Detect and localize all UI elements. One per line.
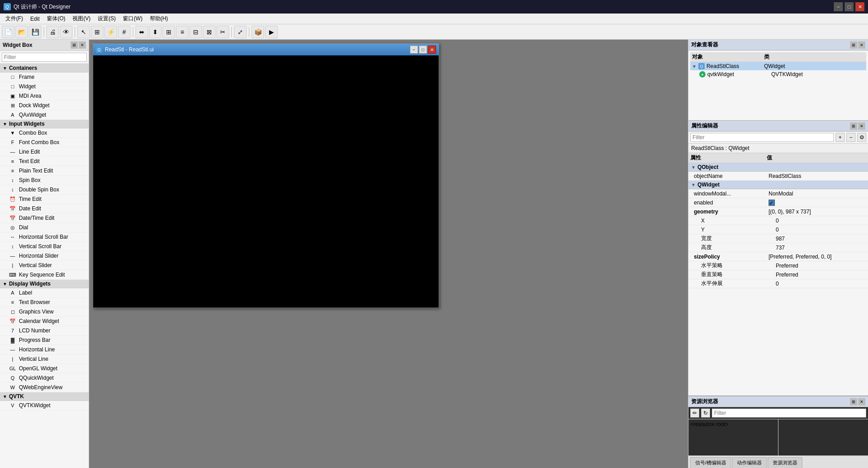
layout-h-splitter[interactable]: ⊟ [189,26,202,38]
prop-editor-close-btn[interactable]: ✕ [858,123,865,130]
close-button[interactable]: ✕ [855,2,864,11]
widget-item-hline[interactable]: — Horizontal Line [0,345,89,354]
prop-row-vpolicy[interactable]: 垂直策略 Preferred [688,270,868,279]
widget-item-hscrollbar[interactable]: ↔ Horizontal Scroll Bar [0,232,89,242]
widget-item-frame[interactable]: □ Frame [0,73,89,82]
widget-item-qquickwidget[interactable]: Q QQuickWidget [0,373,89,383]
connect-mode[interactable]: ⚡ [104,26,117,38]
prop-row-width[interactable]: 宽度 987 [688,234,868,243]
widget-mode[interactable]: ⊞ [91,26,103,38]
widget-box-close-btn[interactable]: ✕ [79,41,86,49]
widget-item-plaintextedit[interactable]: ≡ Plain Text Edit [0,166,89,176]
pointer-tool[interactable]: ↖ [77,26,90,38]
prop-editor-float-btn[interactable]: ⊞ [850,123,857,130]
prop-row-y[interactable]: Y 0 [688,225,868,234]
menu-form[interactable]: 窗体(O) [43,14,69,23]
enabled-checkbox[interactable]: ✓ [769,200,775,206]
prop-config-btn[interactable]: ⚙ [857,133,866,142]
widget-item-keyseqedit[interactable]: ⌨ Key Sequence Edit [0,270,89,280]
widget-item-vline[interactable]: | Vertical Line [0,354,89,364]
widget-item-mdiarea[interactable]: ▣ MDI Area [0,91,89,101]
obj-row-qvtkwidget[interactable]: ● qvtkWidget QVTKWidget [697,70,866,78]
widget-item-doublespinbox[interactable]: ↕ Double Spin Box [0,185,89,195]
prop-section-qobject[interactable]: ▼ QObject [688,163,868,172]
widget-item-qwebengineview[interactable]: W QWebEngineView [0,383,89,392]
minimize-button[interactable]: − [834,2,843,11]
menu-edit[interactable]: Edit [27,15,43,23]
category-display[interactable]: ▼ Display Widgets [0,280,89,288]
widget-item-vscrollbar[interactable]: ↕ Vertical Scroll Bar [0,242,89,251]
obj-inspector-close-btn[interactable]: ✕ [858,41,865,49]
category-qvtk[interactable]: ▼ QVTK [0,392,89,401]
widget-box-filter-input[interactable] [2,53,87,62]
prop-row-windowmodal[interactable]: windowModal... NonModal [688,189,868,198]
prop-row-hpolicy[interactable]: 水平策略 Preferred [688,261,868,270]
obj-row-readstlclass[interactable]: ▼ Q ReadStlClass QWidget [690,62,866,70]
layout-v-splitter[interactable]: ⊠ [203,26,216,38]
menu-window[interactable]: 窗口(W) [119,14,146,23]
prop-row-height[interactable]: 高度 737 [688,243,868,252]
category-containers[interactable]: ▼ Containers [0,64,89,73]
widget-item-dockwidget[interactable]: ⊞ Dock Widget [0,101,89,110]
widget-item-fontcombobox[interactable]: F Font Combo Box [0,138,89,147]
widget-item-lcdnumber[interactable]: 7 LCD Number [0,326,89,336]
tab-order[interactable]: # [118,26,130,38]
tab-resource-browser[interactable]: 资源浏览器 [768,457,802,468]
widget-item-combobox[interactable]: ▼ Combo Box [0,128,89,138]
widget-item-spinbox[interactable]: ↕ Spin Box [0,176,89,185]
widget-item-textbrowser[interactable]: ≡ Text Browser [0,298,89,307]
menu-settings[interactable]: 设置(S) [94,14,119,23]
resource-filter-input[interactable] [712,409,866,418]
widget-item-dial[interactable]: ◎ Dial [0,223,89,232]
widget-item-datetimeedit[interactable]: 📅 Date/Time Edit [0,214,89,223]
prop-row-geometry[interactable]: geometry [(0, 0), 987 x 737] [688,207,868,216]
menu-view[interactable]: 视图(V) [69,14,94,23]
category-input[interactable]: ▼ Input Widgets [0,120,89,128]
inner-minimize-btn[interactable]: − [410,45,418,54]
widget-item-textedit[interactable]: ≡ Text Edit [0,157,89,166]
widget-item-label[interactable]: A Label [0,288,89,298]
resource-browser-float-btn[interactable]: ⊞ [850,398,857,405]
tab-signal-slot[interactable]: 信号/槽编辑器 [690,457,731,468]
prop-row-objectname[interactable]: objectName ReadStlClass [688,172,868,181]
menu-file[interactable]: 文件(F) [2,14,27,23]
prop-row-sizepolicy[interactable]: sizePolicy [Preferred, Preferred, 0, 0] [688,252,868,261]
break-layout[interactable]: ✂ [216,26,229,38]
widget-box-float-btn[interactable]: ⊞ [71,41,78,49]
resource-refresh-btn[interactable]: ↻ [701,409,710,418]
vtk-viewport[interactable] [93,55,439,308]
widget-item-lineedit[interactable]: — Line Edit [0,147,89,157]
inner-maximize-btn[interactable]: □ [419,45,427,54]
print-button[interactable]: 🖨 [46,26,59,38]
adjust-size[interactable]: ⤢ [234,26,247,38]
tab-action-editor[interactable]: 动作编辑器 [732,457,767,468]
resource-edit-btn[interactable]: ✏ [690,409,699,418]
layout-form[interactable]: ≡ [176,26,189,38]
widget-item-graphicsview[interactable]: ◻ Graphics View [0,307,89,317]
prop-row-x[interactable]: X 0 [688,216,868,225]
prop-add-btn[interactable]: + [836,133,845,142]
widget-item-calendarwidget[interactable]: 📅 Calendar Widget [0,317,89,326]
prop-row-enabled[interactable]: enabled ✓ [688,198,868,207]
widget-item-dateedit[interactable]: 📅 Date Edit [0,204,89,214]
resource-btn[interactable]: 📦 [252,26,264,38]
layout-v[interactable]: ⬍ [149,26,162,38]
widget-item-qvtkwidget[interactable]: V QVTKWidget [0,401,89,410]
print-preview-button[interactable]: 👁 [60,26,72,38]
save-button[interactable]: 💾 [29,26,41,38]
prop-filter-input[interactable] [690,133,834,142]
open-button[interactable]: 📂 [15,26,28,38]
resource-browser-close-btn[interactable]: ✕ [858,398,865,405]
obj-inspector-float-btn[interactable]: ⊞ [850,41,857,49]
widget-item-qaxwidget[interactable]: A QAxWidget [0,110,89,120]
layout-grid[interactable]: ⊞ [162,26,175,38]
prop-remove-btn[interactable]: − [846,133,855,142]
widget-item-hslider[interactable]: — Horizontal Slider [0,251,89,261]
prop-section-qwidget[interactable]: ▼ QWidget [688,181,868,189]
inner-close-btn[interactable]: ✕ [428,45,436,54]
widget-item-openglwidget[interactable]: GL OpenGL Widget [0,364,89,373]
maximize-button[interactable]: □ [845,2,854,11]
widget-item-timeedit[interactable]: ⏰ Time Edit [0,195,89,204]
new-button[interactable]: 📄 [2,26,14,38]
prop-row-hstretch[interactable]: 水平伸展 0 [688,279,868,288]
